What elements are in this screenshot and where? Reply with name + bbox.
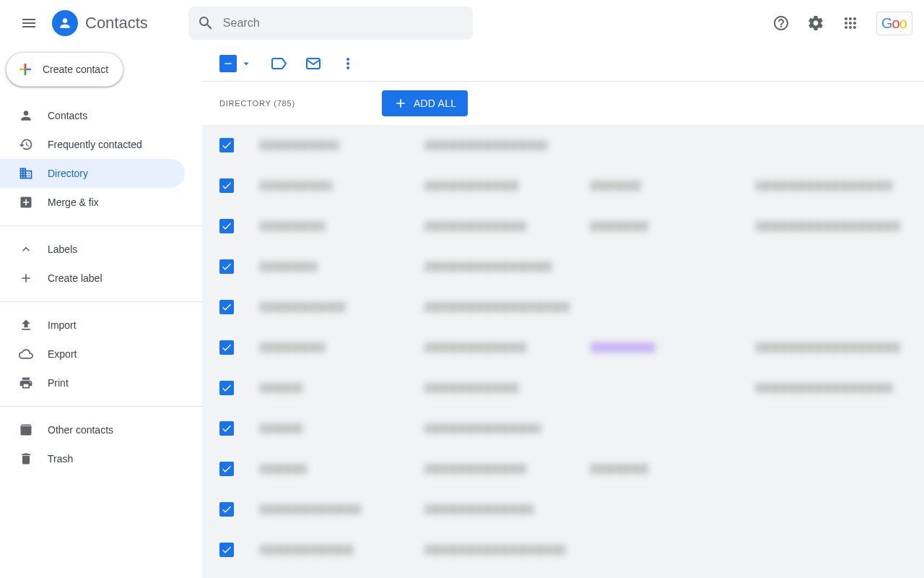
col-name [260,140,411,150]
sidebar-item-label: Contacts [48,110,87,121]
sidebar-item-frequent[interactable]: Frequently contacted [0,130,185,159]
table-row[interactable] [202,246,924,287]
col-phone [590,181,741,191]
col-name [260,302,411,312]
col-job [756,181,907,191]
trash-label: Trash [48,453,73,465]
col-email [425,464,576,474]
print-label: Print [48,377,69,389]
col-job [756,383,907,393]
col-email [425,545,576,555]
chevron-down-icon [240,57,253,70]
print-icon [19,376,33,390]
row-checkbox[interactable] [219,381,234,395]
selection-indicator[interactable] [219,55,253,72]
domain-icon [19,166,33,181]
merge-icon [19,195,33,210]
col-name [260,181,411,191]
search-bar[interactable] [188,7,474,40]
app-logo: Contacts [52,10,177,36]
settings-button[interactable] [801,9,830,38]
table-row[interactable] [202,408,924,449]
sidebar-other-contacts[interactable]: Other contacts [0,415,185,444]
col-name [260,545,411,555]
plus-multicolor-icon [17,61,34,78]
sidebar-item-merge[interactable]: Merge & fix [0,188,185,217]
add-all-button[interactable]: ADD ALL [382,90,468,116]
sidebar-print[interactable]: Print [0,368,185,397]
more-button[interactable] [339,55,357,72]
sidebar-item-contacts[interactable]: Contacts [0,101,185,130]
export-label: Export [48,348,77,360]
sidebar: Create contact Contacts Frequently conta… [0,46,202,578]
table-row[interactable] [202,368,924,408]
gear-icon [807,14,824,32]
add-all-label: ADD ALL [414,98,456,109]
directory-section-header: Directory (785) ADD ALL [202,82,924,125]
row-checkbox[interactable] [219,259,234,274]
apps-button[interactable] [836,9,865,38]
more-vert-icon [339,55,357,72]
main-menu-button[interactable] [12,6,46,40]
col-email [425,302,576,312]
row-checkbox[interactable] [219,421,234,436]
chevron-up-icon [19,242,33,256]
col-phone [590,464,741,474]
sidebar-item-label: Frequently contacted [48,139,142,150]
app-header: Contacts Goo [0,0,924,46]
col-name [260,423,411,434]
create-contact-button[interactable]: Create contact [6,52,123,87]
archive-icon [19,423,33,437]
google-account-badge[interactable]: Goo [876,12,912,35]
sidebar-item-label: Directory [48,168,88,179]
label-button[interactable] [270,55,287,72]
contacts-logo-icon [52,10,78,36]
row-checkbox[interactable] [219,502,234,517]
sidebar-item-label: Merge & fix [48,197,99,208]
email-button[interactable] [305,55,322,72]
label-icon [270,55,287,72]
help-button[interactable] [767,9,796,38]
col-email [425,262,576,272]
create-label-text: Create label [48,272,103,284]
row-checkbox[interactable] [219,138,234,152]
col-name [260,221,411,231]
sidebar-create-label[interactable]: Create label [0,264,185,293]
app-title: Contacts [85,14,148,33]
plus-icon [393,96,408,111]
col-email [425,383,576,393]
table-row[interactable] [202,206,924,246]
table-row[interactable] [202,165,924,206]
row-checkbox[interactable] [219,219,234,233]
col-phone [590,342,741,353]
col-name [260,383,411,393]
apps-grid-icon [842,14,859,32]
sidebar-export[interactable]: Export [0,340,185,368]
table-row[interactable] [202,530,924,570]
sidebar-separator [0,225,202,226]
col-name [260,262,411,272]
row-checkbox[interactable] [219,462,234,476]
col-email [425,140,576,150]
table-row[interactable] [202,287,924,327]
upload-icon [19,318,33,332]
sidebar-trash[interactable]: Trash [0,444,185,473]
row-checkbox[interactable] [219,300,234,314]
sidebar-item-directory[interactable]: Directory [0,159,185,188]
table-row[interactable] [202,327,924,368]
search-input[interactable] [223,17,465,30]
person-icon [19,108,33,123]
col-email [425,181,576,191]
contact-list[interactable] [202,125,924,578]
table-row[interactable] [202,449,924,489]
table-row[interactable] [202,125,924,165]
row-checkbox[interactable] [219,340,234,355]
row-checkbox[interactable] [219,178,234,193]
row-checkbox[interactable] [219,543,234,557]
table-row[interactable] [202,489,924,530]
help-icon [772,14,790,32]
create-contact-label: Create contact [43,64,108,75]
sidebar-import[interactable]: Import [0,311,185,340]
sidebar-labels-header[interactable]: Labels [0,235,185,264]
col-email [425,423,576,434]
